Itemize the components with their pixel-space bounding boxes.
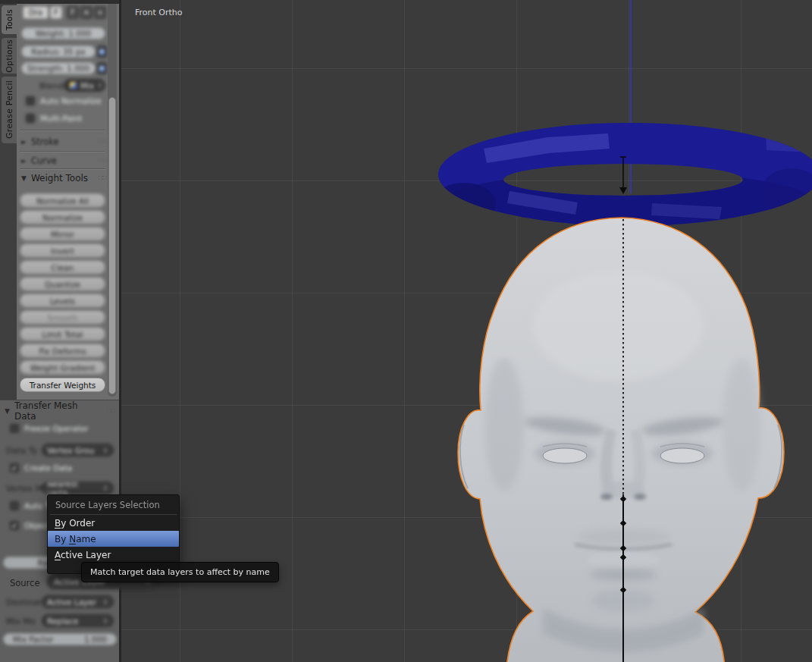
tab-tools[interactable]: Tools [2, 5, 17, 34]
chevron-right-icon: ► [21, 138, 27, 146]
mix-mode-dropdown[interactable]: Replace ↕ [42, 614, 114, 627]
transfer-weights-button[interactable]: Transfer Weights [20, 378, 105, 392]
brush-selector-button[interactable]: Dra [23, 6, 49, 19]
tool-shelf: Dra F F ✕ + Weight: 1.000 Radius: 35 px … [17, 0, 119, 400]
checkbox-box [26, 114, 35, 123]
brush-add-button[interactable]: + [94, 6, 106, 19]
blend-label: Blend: [39, 81, 66, 91]
brush-unlink-button[interactable]: ✕ [80, 6, 92, 19]
data-type-dropdown[interactable]: Vertex Grou ↕ [42, 444, 114, 456]
head-model-object[interactable] [458, 218, 784, 662]
blend-mix-icon [69, 81, 77, 89]
blend-mode-dropdown[interactable]: Mix ↕ [64, 79, 105, 92]
data-type-label: Data Ty [6, 446, 37, 456]
radius-pressure-toggle[interactable] [97, 45, 107, 58]
tooltip: Match target data layers to affect by na… [81, 562, 279, 582]
curve-panel-header[interactable]: ► Curve ∷∷ [21, 155, 106, 166]
auto-normalize-checkbox[interactable]: Auto Normalize [26, 96, 102, 105]
tab-options[interactable]: Options [2, 38, 17, 74]
updown-arrow-icon: ↕ [102, 447, 108, 454]
multi-paint-checkbox[interactable]: Multi-Paint [26, 114, 82, 123]
radius-slider[interactable]: Radius: 35 px [21, 45, 96, 58]
menu-item-by-name[interactable]: By Name [48, 531, 179, 547]
menu-header: Source Layers Selection [48, 495, 179, 514]
fix-deforms-button[interactable]: Fix Deforms [20, 344, 105, 358]
source-label: Source [10, 578, 40, 588]
updown-arrow-icon: ↕ [97, 82, 103, 89]
shelf-scrollbar[interactable] [108, 2, 117, 397]
tab-grease-pencil[interactable]: Grease Pencil [2, 77, 17, 143]
menu-item-by-order[interactable]: By Order [48, 515, 179, 531]
weight-slider[interactable]: Weight: 1.000 [21, 27, 105, 39]
destination-label: Destinat [6, 598, 41, 607]
create-data-checkbox[interactable]: ✓ Create Data [10, 463, 72, 472]
shelf-tab-strip: Tools Options Grease Pencil [0, 0, 17, 400]
checkbox-box: ✓ [10, 521, 19, 530]
chevron-down-icon: ▼ [21, 174, 27, 182]
levels-button[interactable]: Levels [20, 293, 105, 308]
strength-pressure-toggle[interactable] [97, 62, 107, 74]
chevron-down-icon: ▼ [5, 407, 10, 415]
clean-button[interactable]: Clean [20, 260, 105, 275]
panel-grip-icon: ∷∷ [98, 137, 106, 146]
stroke-panel-header[interactable]: ► Stroke ∷∷ [21, 136, 106, 147]
mix-factor-slider[interactable]: Mix Factor 1.000 [3, 633, 117, 645]
panel-grip-icon: ∷∷ [98, 156, 106, 165]
brush-fake-user-button[interactable]: F [50, 6, 62, 19]
view-orientation-label: Front Ortho [135, 8, 183, 17]
menu-item-active-layer[interactable]: Active Layer [48, 547, 179, 563]
brush-f-button[interactable]: F [67, 6, 79, 19]
freeze-operator-checkbox[interactable]: Freeze Operator [10, 424, 89, 433]
panel-grip-icon: ∷∷ [106, 406, 114, 415]
blender-window: Front Ortho [0, 0, 812, 662]
scrollbar-thumb[interactable] [108, 97, 116, 394]
limit-total-button[interactable]: Limit Total [20, 327, 105, 341]
panel-separator [20, 168, 105, 169]
chevron-right-icon: ► [21, 157, 27, 165]
checkbox-box [10, 501, 19, 510]
mirror-button[interactable]: Mirror [20, 227, 105, 241]
checkbox-box [26, 96, 35, 105]
region-top-edge [0, 0, 121, 4]
pressure-icon [99, 49, 105, 55]
pressure-icon [99, 66, 105, 71]
updown-arrow-icon: ↕ [102, 598, 108, 606]
weight-tools-panel-header[interactable]: ▼ Weight Tools ∷∷ [21, 172, 106, 184]
smooth-button[interactable]: Smooth [20, 310, 105, 325]
panel-separator [20, 130, 105, 130]
panel-separator [20, 151, 105, 152]
weight-gradient-button[interactable]: Weight Gradient [20, 360, 105, 375]
destination-dropdown[interactable]: Active Layer ↕ [42, 595, 114, 608]
quantize-button[interactable]: Quantize [20, 277, 105, 291]
mix-mode-label: Mix Mo [6, 617, 36, 626]
vertex-mapping-label: Vertex M [6, 484, 42, 494]
invert-button[interactable]: Invert [20, 243, 105, 258]
normalize-all-button[interactable]: Normalize All [20, 193, 105, 208]
panel-grip-icon: ∷∷ [98, 174, 106, 182]
updown-arrow-icon: ↕ [102, 485, 108, 492]
vertex-mapping-dropdown[interactable]: Nearest verte ↕ [42, 482, 114, 494]
checkbox-box: ✓ [10, 463, 19, 472]
strength-slider[interactable]: Strength: 1.000 [21, 62, 96, 74]
updown-arrow-icon: ↕ [102, 617, 108, 625]
transfer-mesh-data-header[interactable]: ▼ Transfer Mesh Data ∷∷ [5, 405, 114, 416]
checkbox-box [10, 424, 19, 433]
normalize-button[interactable]: Normalize [20, 210, 105, 224]
